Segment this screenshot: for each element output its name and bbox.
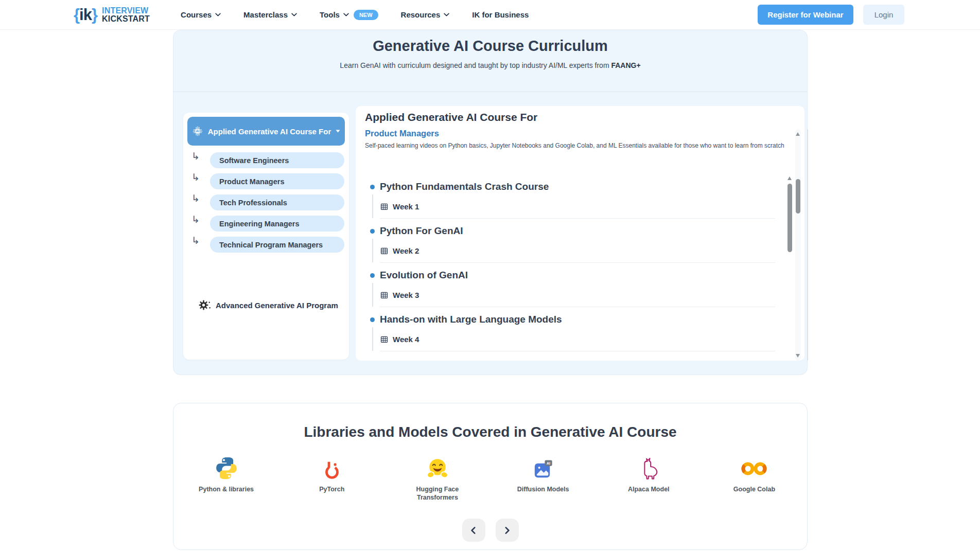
scroll-up-arrow-icon[interactable] <box>796 132 800 136</box>
library-label: PyTorch <box>319 485 344 493</box>
svg-text:AI: AI <box>196 129 199 133</box>
module-item: Python For GenAI Week 2 <box>356 219 791 263</box>
library-label: Python & libraries <box>199 485 254 493</box>
bullet-dot <box>370 229 375 234</box>
week-label: Week 3 <box>393 291 419 299</box>
gear-chip-icon <box>198 299 211 311</box>
module-separator <box>380 351 775 351</box>
nav-item-label: Resources <box>401 10 441 19</box>
huggingface-logo-icon <box>424 455 451 482</box>
sidebar-row: ↳ Tech Professionals <box>183 194 349 210</box>
nav-item-masterclass[interactable]: Masterclass <box>243 10 297 19</box>
module-item: Hands-on with Large Language Models Week… <box>356 307 791 351</box>
main-menu: Courses Masterclass Tools NEW Resources … <box>181 10 529 20</box>
scrollbar-thumb[interactable] <box>787 184 792 252</box>
library-label: Google Colab <box>733 485 775 493</box>
curriculum-section: Generative AI Course Curriculum Learn Ge… <box>173 30 808 375</box>
library-item-diffusion: AI Diffusion Models <box>491 453 596 502</box>
module-title: Python For GenAI <box>380 225 463 237</box>
libraries-title: Libraries and Models Covered in Generati… <box>173 424 807 440</box>
module-item: Evolution of GenAI Week 3 <box>356 263 791 307</box>
nav-item-resources[interactable]: Resources <box>401 10 450 19</box>
inner-scrollbar[interactable] <box>787 175 792 360</box>
branch-arrow-icon: ↳ <box>191 150 200 162</box>
curriculum-sidebar: AI Applied Generative AI Course For ↳ So… <box>183 113 349 360</box>
brand-logo[interactable]: {ik} INTERVIEW KICKSTART <box>74 6 150 24</box>
module-list: Python Fundamentals Crash Course Week 1 … <box>356 174 791 361</box>
sidebar-item-tech-professionals[interactable]: Tech Professionals <box>210 194 344 210</box>
sidebar-item-engineering-managers[interactable]: Engineering Managers <box>210 216 344 232</box>
page: {ik} INTERVIEW KICKSTART Courses Masterc… <box>0 0 980 551</box>
scrollbar-thumb[interactable] <box>796 179 800 214</box>
carousel-nav <box>173 519 807 542</box>
panel-edge-rule <box>807 129 808 361</box>
branch-arrow-icon: ↳ <box>191 235 200 246</box>
top-navbar: {ik} INTERVIEW KICKSTART Courses Masterc… <box>0 0 980 30</box>
diffusion-models-icon: AI <box>531 457 555 482</box>
library-label: Hugging Face Transformers <box>407 485 468 502</box>
course-for-dropdown[interactable]: AI Applied Generative AI Course For <box>187 117 345 146</box>
library-item-huggingface: Hugging Face Transformers <box>384 453 490 502</box>
nav-item-courses[interactable]: Courses <box>181 10 221 19</box>
calendar-icon <box>380 247 388 255</box>
week-label: Week 1 <box>393 202 419 211</box>
bullet-dot <box>370 273 375 278</box>
carousel-next-button[interactable] <box>496 519 519 542</box>
sidebar-row: ↳ Technical Program Managers <box>183 237 349 253</box>
outer-scrollbar[interactable] <box>795 129 801 361</box>
chevron-left-icon <box>469 526 478 535</box>
sidebar-row: ↳ Engineering Managers <box>183 216 349 232</box>
caret-down-icon <box>336 130 340 133</box>
chevron-down-icon <box>343 13 349 16</box>
curriculum-content: Applied Generative AI Course For Product… <box>356 106 804 361</box>
login-button[interactable]: Login <box>863 5 904 25</box>
new-badge: NEW <box>354 10 378 20</box>
advanced-program-link[interactable]: Advanced Generative AI Program <box>198 299 338 311</box>
week-label: Week 4 <box>393 335 419 344</box>
logo-wordmark: INTERVIEW KICKSTART <box>102 7 150 22</box>
pytorch-logo-icon <box>320 458 344 482</box>
calendar-icon <box>380 335 388 343</box>
sidebar-item-product-managers[interactable]: Product Managers <box>210 173 344 189</box>
branch-arrow-icon: ↳ <box>191 214 200 225</box>
curriculum-title: Generative AI Course Curriculum <box>173 38 807 55</box>
calendar-icon <box>380 291 388 299</box>
sidebar-row: ↳ Product Managers <box>183 173 349 189</box>
scroll-up-arrow-icon[interactable] <box>787 176 792 180</box>
module-item: Python Fundamentals Crash Course Week 1 <box>356 174 791 219</box>
branch-arrow-icon: ↳ <box>191 171 200 183</box>
python-logo-icon <box>213 455 240 482</box>
curriculum-subtitle: Learn GenAI with curriculum designed and… <box>173 61 807 69</box>
alpaca-model-icon <box>636 456 661 482</box>
nav-item-ik-for-business[interactable]: IK for Business <box>472 10 529 19</box>
content-heading: Applied Generative AI Course For <box>365 111 537 123</box>
module-title: Python Fundamentals Crash Course <box>380 181 549 192</box>
svg-text:AI: AI <box>547 461 550 465</box>
content-description: Self-paced learning videos on Python bas… <box>365 141 793 150</box>
calendar-icon <box>380 203 388 210</box>
library-label: Alpaca Model <box>628 485 670 493</box>
module-title: Evolution of GenAI <box>380 270 468 281</box>
divider <box>173 92 807 92</box>
sidebar-item-software-engineers[interactable]: Software Engineers <box>210 152 344 168</box>
library-item-colab: Google Colab <box>702 453 807 502</box>
week-label: Week 2 <box>393 246 419 255</box>
chevron-down-icon <box>215 13 221 16</box>
register-webinar-button[interactable]: Register for Webinar <box>758 5 853 25</box>
library-item-alpaca: Alpaca Model <box>596 453 702 502</box>
content-subheading: Product Managers <box>365 129 439 138</box>
nav-item-label: Masterclass <box>243 10 288 19</box>
dropdown-label: Applied Generative AI Course For <box>208 127 331 136</box>
nav-item-label: IK for Business <box>472 10 529 19</box>
bullet-dot <box>370 185 375 189</box>
nav-item-label: Courses <box>181 10 212 19</box>
scroll-down-arrow-icon[interactable] <box>796 354 800 358</box>
bullet-dot <box>370 317 375 322</box>
sidebar-item-technical-program-managers[interactable]: Technical Program Managers <box>210 237 344 253</box>
branch-arrow-icon: ↳ <box>191 192 200 204</box>
nav-item-tools[interactable]: Tools NEW <box>320 10 378 20</box>
library-item-pytorch: PyTorch <box>279 453 384 502</box>
libraries-section: Libraries and Models Covered in Generati… <box>173 403 808 550</box>
nav-actions: Register for Webinar Login <box>758 5 904 25</box>
carousel-prev-button[interactable] <box>462 519 485 542</box>
